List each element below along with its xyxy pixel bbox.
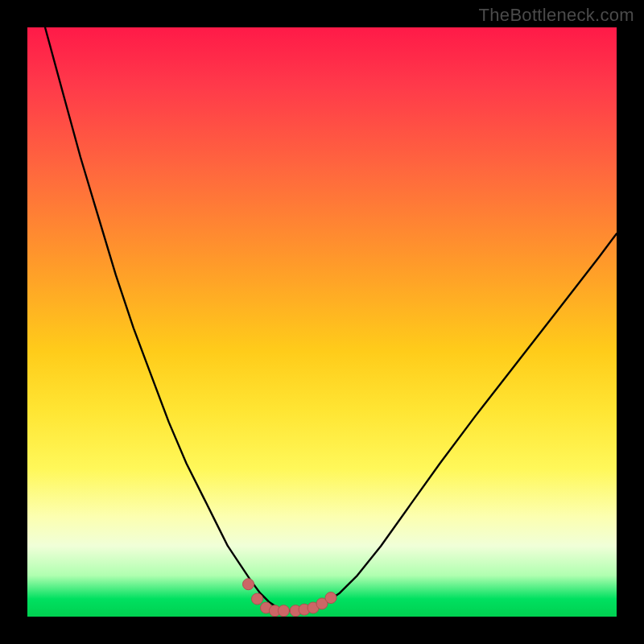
marker-dot [252,593,263,605]
marker-dot [325,592,336,604]
chart-frame: TheBottleneck.com [0,0,644,644]
bottom-markers [243,579,337,617]
marker-dot [278,605,289,617]
marker-dot [243,579,254,590]
chart-svg [27,27,617,617]
plot-area [27,27,617,617]
watermark-text: TheBottleneck.com [479,5,634,26]
bottleneck-curve [27,27,617,611]
